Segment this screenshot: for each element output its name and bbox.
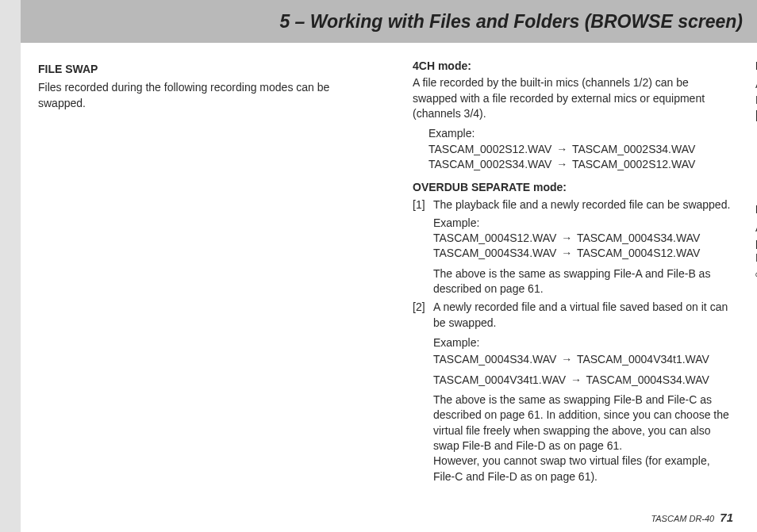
file-name: TASCAM_0004S34.WAV [433, 247, 556, 259]
example-row: TASCAM_0004S34.WAV → TASCAM_0004V34t1.WA… [433, 352, 733, 367]
file-swap-intro: Files recorded during the following reco… [38, 80, 375, 111]
file-name: TASCAM_0004S34.WAV [577, 232, 700, 244]
chapter-title: 5 – Working with Files and Folders (BROW… [279, 11, 743, 33]
example-label: Example: [433, 216, 733, 231]
arrow-icon: → [555, 157, 569, 172]
file-name: TASCAM_0004S12.WAV [577, 247, 700, 259]
overdub-item2-body: A newly recorded file and a virtual file… [433, 300, 733, 331]
list-number: [2] [413, 300, 433, 484]
example-label: Example: [428, 126, 733, 141]
section-file-swap: FILE SWAP [38, 62, 375, 77]
example-row: TASCAM_0002S12.WAV → TASCAM_0002S34.WAV [428, 142, 733, 157]
example-row: TASCAM_0002S34.WAV → TASCAM_0002S12.WAV [428, 157, 733, 172]
arrow-icon: → [559, 246, 574, 261]
mode-4ch-title: 4CH mode: [413, 59, 733, 74]
footer-model: TASCAM DR-40 [651, 514, 714, 523]
list-number: [1] [413, 197, 433, 297]
example-row: TASCAM_0004S34.WAV → TASCAM_0004S12.WAV [433, 246, 733, 261]
arrow-icon: → [559, 352, 574, 367]
file-name: TASCAM_0002S34.WAV [428, 158, 551, 170]
overdub-item1-note: The above is the same as swapping File-A… [433, 266, 733, 297]
file-name: TASCAM_0004V34t1.WAV [577, 353, 709, 366]
example-row: TASCAM_0004V34t1.WAV → TASCAM_0004S34.WA… [433, 373, 733, 388]
file-name: TASCAM_0004V34t1.WAV [433, 373, 566, 386]
file-name: TASCAM_0002S34.WAV [572, 143, 695, 155]
mode-overdub-title: OVERDUB SEPARATE mode: [413, 180, 733, 195]
page-footer: TASCAM DR-40 71 [651, 511, 733, 524]
file-name: TASCAM_0004S34.WAV [586, 373, 709, 386]
file-name: TASCAM_0002S12.WAV [572, 158, 695, 170]
file-name: TASCAM_0002S12.WAV [428, 143, 551, 155]
mode-4ch-body: A file recorded by the built-in mics (ch… [413, 75, 733, 121]
arrow-icon: → [559, 231, 574, 246]
file-name: TASCAM_0004S34.WAV [433, 353, 556, 366]
overdub-item2-note2: However, you cannot swap two virtual fil… [433, 454, 733, 484]
overdub-item1-body: The playback file and a newly recorded f… [433, 197, 733, 212]
page-gutter [0, 0, 21, 532]
chapter-header: 5 – Working with Files and Folders (BROW… [21, 0, 757, 43]
example-label: Example: [433, 335, 733, 350]
example-row: TASCAM_0004S12.WAV → TASCAM_0004S34.WAV [433, 231, 733, 246]
footer-page-number: 71 [720, 511, 733, 524]
body-content: FILE SWAP Files recorded during the foll… [38, 59, 733, 500]
arrow-icon: → [569, 373, 583, 388]
overdub-item2-note: The above is the same as swapping File-B… [433, 392, 733, 454]
arrow-icon: → [555, 142, 569, 157]
file-name: TASCAM_0004S12.WAV [433, 232, 556, 244]
